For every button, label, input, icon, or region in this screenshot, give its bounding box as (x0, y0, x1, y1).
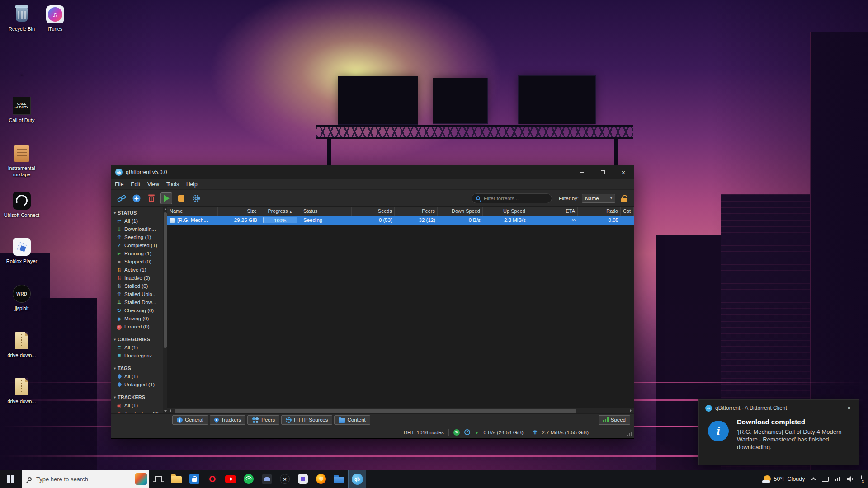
taskbar-app-opera-gx[interactable] (203, 470, 222, 488)
menu-view[interactable]: View (144, 179, 163, 190)
speed-limits-icon[interactable] (464, 429, 470, 435)
taskbar-app-x[interactable] (276, 470, 294, 488)
connection-status-icon[interactable] (453, 429, 460, 436)
tab-http-sources[interactable]: HTTP Sources (281, 415, 332, 425)
desktop-icon-dash[interactable]: - (4, 71, 40, 78)
category-all[interactable]: All (1) (111, 343, 163, 352)
tracker-all[interactable]: All (1) (111, 401, 163, 409)
filter-active[interactable]: Active (1) (111, 266, 163, 274)
options-button[interactable] (190, 192, 202, 204)
scrollbar-thumb[interactable] (164, 212, 167, 348)
desktop-icon-ubisoft-connect[interactable]: Ubisoft Connect (4, 191, 40, 219)
desktop-icon-itunes[interactable]: ♫ iTunes (37, 5, 73, 33)
category-uncategorized[interactable]: Uncategoriz... (111, 352, 163, 360)
sidebar-scrollbar[interactable] (163, 207, 167, 413)
section-header-status[interactable]: STATUS (111, 209, 163, 217)
search-input[interactable] (483, 195, 547, 202)
taskbar-search-input[interactable] (35, 475, 132, 483)
tab-trackers[interactable]: Trackers (210, 415, 245, 425)
column-header-cat[interactable]: Cat (621, 207, 634, 216)
taskbar-app-firefox[interactable] (312, 470, 330, 488)
taskbar-app-downloads-folder[interactable] (330, 470, 348, 488)
column-header-down-speed[interactable]: Down Speed (438, 207, 483, 216)
tracker-trackerless[interactable]: Trackerless (0) (111, 409, 163, 413)
filter-checking[interactable]: Checking (0) (111, 306, 163, 314)
filter-running[interactable]: Running (1) (111, 249, 163, 258)
scroll-left-arrow-icon[interactable] (167, 408, 174, 413)
column-header-eta[interactable]: ETA (528, 207, 578, 216)
start-button[interactable] (0, 470, 22, 488)
filter-stalled-uploading[interactable]: Stalled Uplo... (111, 290, 163, 298)
minimize-button[interactable] (571, 165, 592, 179)
taskbar-app-discord[interactable] (258, 470, 276, 488)
resize-grip[interactable] (631, 435, 632, 436)
menu-tools[interactable]: Tools (163, 179, 183, 190)
delete-torrent-button[interactable] (146, 192, 157, 204)
column-header-name[interactable]: Name (167, 207, 218, 216)
notification-toast[interactable]: qBittorrent - A Bittorrent Client × Down… (698, 399, 859, 465)
stop-torrent-button[interactable] (175, 192, 187, 204)
filter-stopped[interactable]: Stopped (0) (111, 258, 163, 266)
close-button[interactable]: × (613, 165, 634, 179)
search-highlights-icon[interactable] (135, 473, 147, 485)
desktop-icon-instramental-mixtape[interactable]: instramental mixtape (4, 144, 40, 178)
add-torrent-link-button[interactable] (116, 192, 127, 204)
tab-general[interactable]: General (172, 415, 208, 425)
section-header-trackers[interactable]: TRACKERS (111, 393, 163, 401)
column-header-ratio[interactable]: Ratio (578, 207, 621, 216)
window-titlebar[interactable]: qBittorrent v5.0.0 × (111, 165, 634, 179)
menu-help[interactable]: Help (183, 179, 201, 190)
desktop-icon-jjsploit[interactable]: jjsploit (4, 284, 40, 312)
add-torrent-file-button[interactable] (131, 192, 142, 204)
taskbar-app-spotify[interactable] (240, 470, 258, 488)
section-header-categories[interactable]: CATEGORIES (111, 335, 163, 343)
filter-moving[interactable]: Moving (0) (111, 314, 163, 323)
desktop-icon-call-of-duty[interactable]: Call of Duty (4, 96, 40, 124)
taskbar-app-qbittorrent[interactable] (348, 470, 366, 488)
column-header-seeds[interactable]: Seeds (352, 207, 395, 216)
task-view-button[interactable] (149, 470, 167, 488)
column-header-up-speed[interactable]: Up Speed (483, 207, 528, 216)
resume-torrent-button[interactable] (160, 192, 172, 204)
torrent-row[interactable]: [R.G. Mech... 29.25 GiB 100% Seeding 0 (… (167, 216, 634, 225)
network-tray-icon[interactable] (835, 477, 840, 481)
scrollbar-thumb[interactable] (175, 409, 576, 413)
filter-errored[interactable]: Errored (0) (111, 323, 163, 331)
display-tray-icon[interactable] (822, 477, 829, 482)
desktop-icon-roblox-player[interactable]: Roblox Player (4, 237, 40, 265)
menu-file[interactable]: File (111, 179, 127, 190)
filter-downloading[interactable]: Downloadin... (111, 225, 163, 233)
desktop-icon-drive-download-2[interactable]: drive-down... (4, 377, 40, 405)
menu-edit[interactable]: Edit (127, 179, 144, 190)
taskbar-app-file-explorer[interactable] (167, 470, 185, 488)
column-header-status[interactable]: Status (301, 207, 352, 216)
column-header-peers[interactable]: Peers (395, 207, 438, 216)
scroll-right-arrow-icon[interactable] (627, 408, 634, 413)
filter-inactive[interactable]: Inactive (0) (111, 274, 163, 282)
desktop-icon-drive-download-1[interactable]: drive-down... (4, 331, 40, 359)
weather-widget[interactable]: 50°F Cloudy (764, 475, 805, 483)
taskbar-search[interactable] (22, 470, 149, 488)
tab-speed[interactable]: Speed (599, 415, 630, 425)
torrent-filter-search[interactable] (472, 193, 552, 203)
lock-icon[interactable] (621, 198, 627, 202)
section-header-tags[interactable]: TAGS (111, 364, 163, 372)
filter-stalled[interactable]: Stalled (0) (111, 282, 163, 290)
filter-all[interactable]: All (1) (111, 217, 163, 225)
column-header-size[interactable]: Size (218, 207, 259, 216)
show-hidden-icons-chevron[interactable] (811, 478, 816, 482)
horizontal-scrollbar[interactable] (167, 408, 634, 413)
taskbar-app-youtube[interactable] (222, 470, 240, 488)
taskbar-app-microsoft-store[interactable] (185, 470, 203, 488)
tag-untagged[interactable]: Untagged (1) (111, 380, 163, 389)
toast-close-button[interactable]: × (844, 404, 854, 412)
column-header-progress[interactable]: Progress (259, 207, 301, 216)
maximize-button[interactable] (592, 165, 613, 179)
scroll-up-arrow-icon[interactable] (163, 207, 167, 211)
action-center-button[interactable]: 3 (861, 476, 862, 482)
filter-completed[interactable]: Completed (1) (111, 241, 163, 249)
taskbar-app-wemod[interactable] (294, 470, 312, 488)
tab-peers[interactable]: Peers (247, 415, 279, 425)
tab-content[interactable]: Content (334, 415, 370, 425)
scroll-down-arrow-icon[interactable] (163, 409, 167, 413)
